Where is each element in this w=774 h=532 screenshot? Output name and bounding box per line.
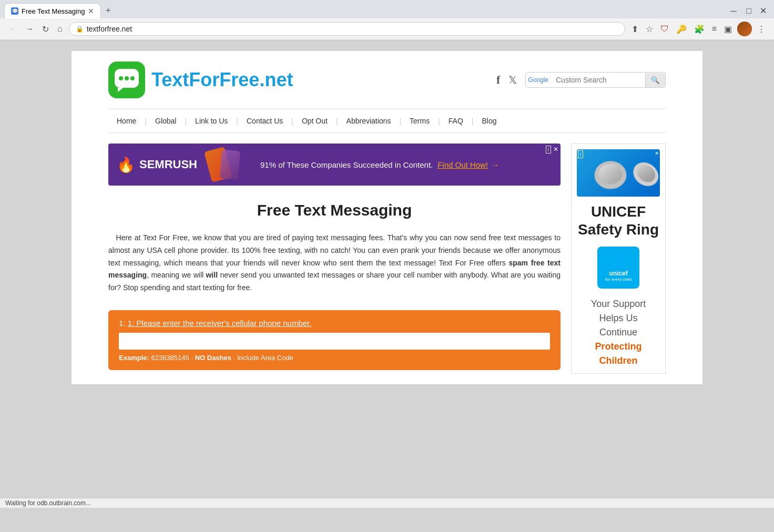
profile-avatar[interactable] (737, 22, 752, 36)
shield-icon[interactable]: 🛡 (658, 22, 671, 36)
google-label: Google (526, 76, 551, 84)
unicef-body-line1: Your Support (591, 299, 646, 309)
nav-link-home[interactable]: Home (108, 115, 145, 127)
nav-item-home: Home (108, 115, 145, 127)
phone-number-input[interactable] (119, 333, 550, 350)
nav-link-blog[interactable]: Blog (473, 115, 505, 127)
example-label: Example: (119, 354, 149, 362)
browser-titlebar: 💬 Free Text Messaging ✕ + ⸺ □ ✕ (0, 0, 774, 18)
browser-toolbar: ← → ↻ ⌂ 🔒 textforfree.net ⬆ ☆ 🛡 🔑 🧩 ≡ ▣ … (0, 18, 774, 40)
ad-close-button[interactable]: ✕ (553, 146, 558, 153)
form-step-number: 1: (119, 319, 128, 328)
share-icon[interactable]: ⬆ (629, 22, 640, 36)
maximize-button[interactable]: □ (743, 5, 755, 17)
sidebar-icon[interactable]: ▣ (722, 22, 734, 36)
ad-cta-arrow: → (492, 161, 499, 169)
search-input[interactable] (551, 73, 645, 87)
unicef-logo-text: unicef (609, 270, 627, 277)
cast-icon[interactable]: ≡ (710, 22, 719, 36)
unicef-globe-icon: 🌐 (610, 254, 626, 269)
semrush-flame-icon: 🔥 (117, 156, 135, 173)
ad-cta-link[interactable]: Find Out How! (437, 160, 488, 169)
nav-item-terms: Terms (401, 115, 438, 127)
nav-link-terms[interactable]: Terms (401, 115, 438, 127)
example-number: 6236385145 (151, 354, 189, 362)
site-header: TextForFree.net f 𝕏 Google 🔍 (108, 51, 666, 109)
main-layout: 🔥 SEMRUSH 91% of These Companies Succeed… (108, 133, 666, 384)
nav-list: Home | Global | Link to Us | Contact Us … (108, 115, 666, 127)
nav-link-link-to-us[interactable]: Link to Us (187, 115, 236, 127)
svg-marker-4 (118, 88, 123, 92)
avatar-image (737, 22, 752, 36)
puzzle-icon[interactable]: 🧩 (692, 22, 707, 36)
nav-link-opt-out[interactable]: Opt Out (293, 115, 336, 127)
lock-icon: 🔒 (76, 25, 84, 33)
nav-item-global: Global (147, 115, 185, 127)
sidebar-ad-close-button[interactable]: ✕ (655, 150, 659, 156)
nav-link-contact[interactable]: Contact Us (238, 115, 291, 127)
svg-point-2 (125, 76, 129, 80)
svg-point-1 (119, 76, 123, 80)
ad-banner: 🔥 SEMRUSH 91% of These Companies Succeed… (108, 144, 561, 186)
form-step-link[interactable]: 1: Please enter the receiver's cellular … (128, 319, 312, 328)
ad-badge: i (546, 146, 551, 154)
logo-svg (114, 68, 140, 92)
svg-point-3 (130, 76, 135, 80)
logo-area: TextForFree.net (108, 62, 293, 98)
reload-button[interactable]: ↻ (40, 22, 51, 36)
unicef-body-line5: Children (599, 355, 637, 366)
tab-close-button[interactable]: ✕ (88, 7, 94, 15)
site-container: TextForFree.net f 𝕏 Google 🔍 Home (72, 51, 702, 384)
site-nav: Home | Global | Link to Us | Contact Us … (108, 109, 666, 133)
ad-tagline-text: 91% of These Companies Succeeded in Cont… (260, 160, 433, 169)
nav-item-blog: Blog (473, 115, 505, 127)
unicef-title: UNICEFSafety Ring (577, 203, 660, 238)
search-box: Google 🔍 (525, 72, 666, 88)
sidebar: ✕ i UNICEFSafety Ring 🌐 unicef (571, 144, 666, 374)
tab-bar: 💬 Free Text Messaging ✕ + (4, 3, 115, 18)
form-example: Example: 6236385145 · NO Dashes · Includ… (119, 354, 550, 362)
url-text: textforfree.net (87, 25, 618, 33)
tab-title: Free Text Messaging (22, 7, 85, 15)
unicef-body-text: Your Support Helps Us Continue Protectin… (577, 297, 660, 368)
star-icon[interactable]: ☆ (644, 22, 655, 36)
header-right: f 𝕏 Google 🔍 (496, 72, 666, 88)
address-bar[interactable]: 🔒 textforfree.net (69, 22, 625, 36)
site-inner: TextForFree.net f 𝕏 Google 🔍 Home (98, 51, 676, 384)
will-never-bold: will (206, 271, 218, 279)
ad-tagline-area: 91% of These Companies Succeeded in Cont… (260, 160, 499, 169)
logo-icon (108, 62, 145, 98)
close-button[interactable]: ✕ (757, 5, 770, 17)
twitter-icon[interactable]: 𝕏 (508, 74, 517, 86)
active-tab[interactable]: 💬 Free Text Messaging ✕ (4, 3, 101, 18)
back-button[interactable]: ← (6, 22, 19, 36)
semrush-logo: 🔥 SEMRUSH (117, 156, 197, 173)
key-icon[interactable]: 🔑 (674, 22, 689, 36)
menu-icon[interactable]: ⋮ (755, 22, 768, 36)
forward-button[interactable]: → (23, 22, 36, 36)
facebook-icon[interactable]: f (496, 73, 500, 87)
nav-link-faq[interactable]: FAQ (440, 115, 472, 127)
nav-link-global[interactable]: Global (147, 115, 185, 127)
ad-phone-graphic (208, 149, 250, 180)
ad-banner-inner: 🔥 SEMRUSH 91% of These Companies Succeed… (108, 144, 561, 186)
unicef-body-line2: Helps Us (599, 313, 637, 323)
nav-item-contact: Contact Us (238, 115, 291, 127)
nav-item-faq: FAQ (440, 115, 472, 127)
toolbar-icons: ⬆ ☆ 🛡 🔑 🧩 ≡ ▣ ⋮ (629, 22, 768, 36)
nav-link-abbreviations[interactable]: Abbreviations (338, 115, 400, 127)
browser-chrome: 💬 Free Text Messaging ✕ + ⸺ □ ✕ ← → ↻ ⌂ … (0, 0, 774, 40)
new-tab-button[interactable]: + (101, 3, 115, 18)
unicef-body-line4: Protecting (595, 341, 641, 352)
spam-free-bold: spam free text messaging (108, 259, 561, 280)
page-title: Free Text Messaging (108, 201, 561, 219)
site-title[interactable]: TextForFree.net (151, 69, 293, 91)
home-button[interactable]: ⌂ (55, 22, 65, 36)
search-button[interactable]: 🔍 (645, 73, 665, 87)
minimize-button[interactable]: ⸺ (726, 5, 741, 17)
status-text: Waiting for odb.outbrain.com... (5, 499, 91, 507)
example-sep1: · (191, 354, 193, 362)
example-sep2: · (233, 354, 236, 362)
form-section: 1: 1: Please enter the receiver's cellul… (108, 310, 561, 370)
form-step-label: 1: 1: Please enter the receiver's cellul… (119, 319, 550, 328)
